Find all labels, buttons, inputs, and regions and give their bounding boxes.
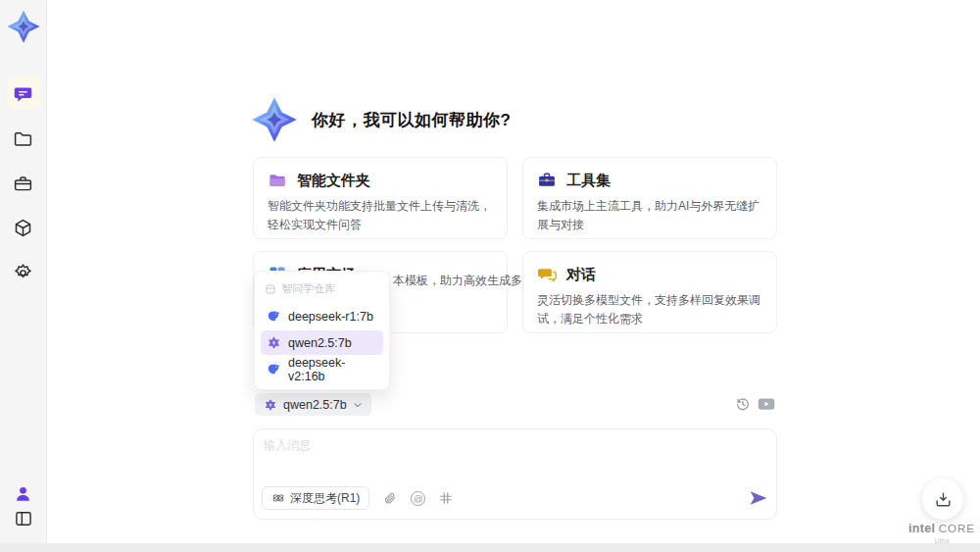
sidebar-item-toolbox[interactable] <box>7 167 40 200</box>
page-title: 你好，我可以如何帮助你? <box>312 109 511 131</box>
purple-folder-icon <box>268 171 287 190</box>
model-option-deepseek-v2[interactable]: deepseek-v2:16b <box>261 357 383 381</box>
send-icon[interactable] <box>749 489 768 507</box>
card-title: 对话 <box>566 266 596 284</box>
app-logo[interactable] <box>5 8 42 45</box>
card-description-fragment: 本模板，助力高效生成多 <box>393 273 522 289</box>
composer: 深度思考(R1) @ <box>253 428 777 520</box>
chevron-down-icon <box>353 400 363 410</box>
paperclip-icon[interactable] <box>383 491 397 506</box>
model-option-label: deepseek-v2:16b <box>288 356 377 383</box>
model-option-deepseek-r1[interactable]: deepseek-r1:7b <box>261 304 383 328</box>
sidebar-item-chat[interactable] <box>7 76 40 110</box>
atom-icon <box>271 491 285 505</box>
deepseek-whale-icon <box>267 362 281 376</box>
qwen-icon <box>267 335 281 350</box>
deep-think-toggle[interactable]: 深度思考(R1) <box>262 486 369 510</box>
card-title: 工具集 <box>566 172 611 190</box>
model-selector-button[interactable]: qwen2.5:7b <box>255 393 371 416</box>
app-logo-large <box>249 94 300 145</box>
message-input[interactable] <box>264 437 768 486</box>
chat-bubble-icon <box>13 83 33 104</box>
bottom-bar <box>0 543 980 552</box>
card-description: 集成市场上主流工具，助力AI与外界无缝扩展与对接 <box>537 197 762 233</box>
card-toolset[interactable]: 工具集 集成市场上主流工具，助力AI与外界无缝扩展与对接 <box>522 157 777 239</box>
indigo-briefcase-icon <box>537 171 557 190</box>
selected-model-label: qwen2.5:7b <box>283 398 347 412</box>
intel-wordmark: intel <box>908 522 935 535</box>
qwen-icon <box>264 398 277 412</box>
sidebar-item-panel-toggle[interactable] <box>7 502 40 535</box>
video-icon[interactable] <box>758 397 775 411</box>
folder-icon <box>13 128 33 149</box>
model-option-label: qwen2.5:7b <box>288 336 352 350</box>
gold-chat-icon <box>537 265 557 284</box>
card-smart-folder[interactable]: 智能文件夹 智能文件夹功能支持批量文件上传与清洗，轻松实现文件问答 <box>253 157 508 239</box>
sidebar-item-settings[interactable] <box>7 256 40 289</box>
repository-icon <box>265 283 276 295</box>
briefcase-icon <box>13 174 33 194</box>
card-title: 智能文件夹 <box>297 172 370 190</box>
model-dropdown: 智问学仓库 deepseek-r1:7b qwen2.5:7b <box>254 271 390 390</box>
sidebar <box>0 0 47 552</box>
at-icon[interactable]: @ <box>411 491 425 506</box>
sidebar-panel-icon <box>14 509 33 528</box>
download-button[interactable] <box>922 478 963 520</box>
deep-think-label: 深度思考(R1) <box>290 490 360 507</box>
gear-icon <box>13 263 33 283</box>
dropdown-header: 智问学仓库 <box>261 277 383 302</box>
user-icon <box>14 484 32 503</box>
sidebar-item-folders[interactable] <box>7 122 40 155</box>
card-description: 智能文件夹功能支持批量文件上传与清洗，轻松实现文件问答 <box>268 197 493 233</box>
model-option-label: deepseek-r1:7b <box>288 310 373 324</box>
history-icon[interactable] <box>735 396 751 412</box>
grid-hash-icon[interactable] <box>439 491 453 505</box>
composer-toolbar: 深度思考(R1) @ <box>262 485 768 511</box>
chat-toolbar <box>735 396 775 412</box>
deepseek-whale-icon <box>267 309 281 324</box>
intel-core-logo: intel CORE Ultra <box>906 523 977 544</box>
dropdown-header-label: 智问学仓库 <box>281 281 335 296</box>
core-wordmark: CORE <box>939 523 975 534</box>
card-dialogue[interactable]: 对话 灵活切换多模型文件，支持多样回复效果调试，满足个性化需求 <box>522 251 777 333</box>
greeting-header: 你好，我可以如何帮助你? <box>249 94 511 145</box>
app-window: 你好，我可以如何帮助你? 智能文件夹 智能文件夹功能支持批量文件上传与清洗，轻松… <box>0 0 980 552</box>
sidebar-item-models[interactable] <box>7 211 40 244</box>
download-icon <box>934 490 953 509</box>
model-option-qwen[interactable]: qwen2.5:7b <box>261 330 383 355</box>
cube-icon <box>13 218 33 238</box>
card-description: 灵活切换多模型文件，支持多样回复效果调试，满足个性化需求 <box>537 291 762 327</box>
